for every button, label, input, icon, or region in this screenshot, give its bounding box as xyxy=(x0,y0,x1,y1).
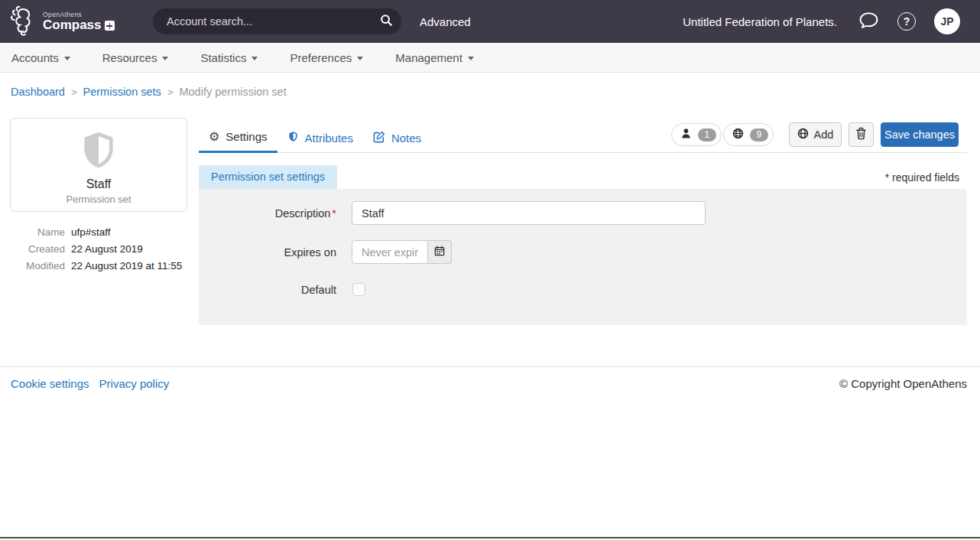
description-input[interactable] xyxy=(352,201,706,225)
tab-settings[interactable]: ⚙ Settings xyxy=(199,122,277,153)
footer-links: Cookie settings Privacy policy xyxy=(11,377,169,390)
globe-icon xyxy=(797,128,809,142)
chevron-down-icon xyxy=(162,57,168,60)
chevron-down-icon xyxy=(64,57,70,60)
panel-tab-permission-set-settings[interactable]: Permission set settings xyxy=(199,165,337,189)
person-icon xyxy=(680,128,692,142)
edit-note-icon xyxy=(373,131,385,145)
nav-item-resources[interactable]: Resources xyxy=(102,51,169,64)
nav-label: Accounts xyxy=(11,51,59,64)
trash-icon xyxy=(855,127,867,142)
chevron-down-icon xyxy=(357,57,363,60)
detail-label: Created xyxy=(4,243,65,255)
delete-button[interactable] xyxy=(849,122,874,147)
description-label: Description* xyxy=(199,207,336,220)
organisation-name: Untitled Federation of Planets. xyxy=(683,15,837,28)
accounts-counter[interactable]: 1 xyxy=(671,123,722,146)
detail-label: Modified xyxy=(4,260,65,272)
default-checkbox[interactable] xyxy=(352,283,365,296)
calendar-icon xyxy=(434,246,445,259)
details-list: Name ufp#staff Created 22 August 2019 Mo… xyxy=(4,226,195,277)
chat-button[interactable] xyxy=(858,11,879,32)
breadcrumb-permission-sets[interactable]: Permission sets xyxy=(83,86,161,98)
detail-label: Name xyxy=(4,226,65,238)
chevron-down-icon xyxy=(251,57,258,60)
resources-counter[interactable]: 9 xyxy=(723,123,774,146)
copyright-text: © Copyright OpenAthens xyxy=(839,377,967,390)
chat-bubble-icon xyxy=(858,11,879,32)
plus-badge-icon xyxy=(105,21,115,31)
cookie-settings-link[interactable]: Cookie settings xyxy=(11,377,89,390)
tab-label: Notes xyxy=(391,132,421,145)
nav-label: Management xyxy=(395,51,462,64)
breadcrumb: Dashboard > Permission sets > Modify per… xyxy=(11,86,287,98)
permission-set-name: Staff xyxy=(11,177,187,191)
nav-item-accounts[interactable]: Accounts xyxy=(11,51,70,64)
settings-panel: Description* Expires on xyxy=(199,189,967,325)
gear-icon: ⚙ xyxy=(209,131,219,143)
breadcrumb-separator: > xyxy=(71,86,77,98)
nav-label: Preferences xyxy=(290,51,352,64)
permission-set-type: Permission set xyxy=(11,194,187,205)
privacy-policy-link[interactable]: Privacy policy xyxy=(99,377,170,390)
expires-on-label: Expires on xyxy=(199,246,336,259)
account-search xyxy=(153,8,401,34)
top-header: OpenAthens Compass Advanced Untitl xyxy=(0,0,980,43)
advanced-search-link[interactable]: Advanced xyxy=(420,0,471,43)
breadcrumb-current: Modify permission set xyxy=(179,86,286,98)
help-button[interactable]: ? xyxy=(897,12,916,31)
accounts-count-badge: 1 xyxy=(698,128,716,142)
breadcrumb-dashboard[interactable]: Dashboard xyxy=(11,86,65,98)
footer: Cookie settings Privacy policy © Copyrig… xyxy=(0,366,980,367)
required-fields-note: * required fields xyxy=(885,171,959,184)
openathens-owl-icon xyxy=(9,5,38,40)
tab-notes[interactable]: Notes xyxy=(363,122,431,153)
window-bottom-edge xyxy=(0,537,980,538)
nav-label: Statistics xyxy=(200,51,246,64)
detail-value: 22 August 2019 at 11:55 xyxy=(71,260,182,272)
expires-on-input[interactable] xyxy=(352,240,428,264)
expires-on-group xyxy=(352,240,452,264)
label-text: Description xyxy=(275,207,331,220)
detail-value: ufp#staff xyxy=(71,226,111,238)
brand-logo[interactable]: OpenAthens Compass xyxy=(9,5,115,40)
add-button-label: Add xyxy=(814,128,834,141)
chevron-down-icon xyxy=(468,57,474,60)
header-right-group: Untitled Federation of Planets. ? JP xyxy=(683,0,960,43)
nav-item-statistics[interactable]: Statistics xyxy=(200,51,258,64)
save-changes-button[interactable]: Save changes xyxy=(881,122,959,147)
tab-label: Attributes xyxy=(305,132,353,145)
detail-row-modified: Modified 22 August 2019 at 11:55 xyxy=(4,260,195,272)
tab-label: Settings xyxy=(226,130,267,143)
help-icon: ? xyxy=(897,12,916,31)
detail-row-created: Created 22 August 2019 xyxy=(4,243,195,255)
calendar-button[interactable] xyxy=(428,240,452,264)
detail-row-name: Name ufp#staff xyxy=(4,226,195,238)
search-icon xyxy=(380,14,393,29)
main-navbar: Accounts Resources Statistics Preference… xyxy=(0,43,980,73)
nav-item-preferences[interactable]: Preferences xyxy=(290,51,363,64)
permission-set-card: Staff Permission set xyxy=(10,118,187,212)
search-button[interactable] xyxy=(371,8,401,34)
shield-icon xyxy=(77,161,120,174)
required-asterisk: * xyxy=(332,207,336,220)
account-search-input[interactable] xyxy=(153,15,371,28)
detail-value: 22 August 2019 xyxy=(71,243,143,255)
user-avatar[interactable]: JP xyxy=(934,8,960,34)
breadcrumb-separator: > xyxy=(167,86,174,98)
default-label: Default xyxy=(199,284,336,296)
add-button[interactable]: Add xyxy=(789,122,842,147)
nav-item-management[interactable]: Management xyxy=(395,51,474,64)
brand-large-label: Compass xyxy=(43,18,102,33)
shield-icon xyxy=(287,131,299,145)
nav-label: Resources xyxy=(102,51,157,64)
tab-attributes[interactable]: Attributes xyxy=(277,122,363,153)
resources-count-badge: 9 xyxy=(750,128,768,142)
globe-icon xyxy=(732,128,744,142)
page: OpenAthens Compass Advanced Untitl xyxy=(0,0,980,540)
